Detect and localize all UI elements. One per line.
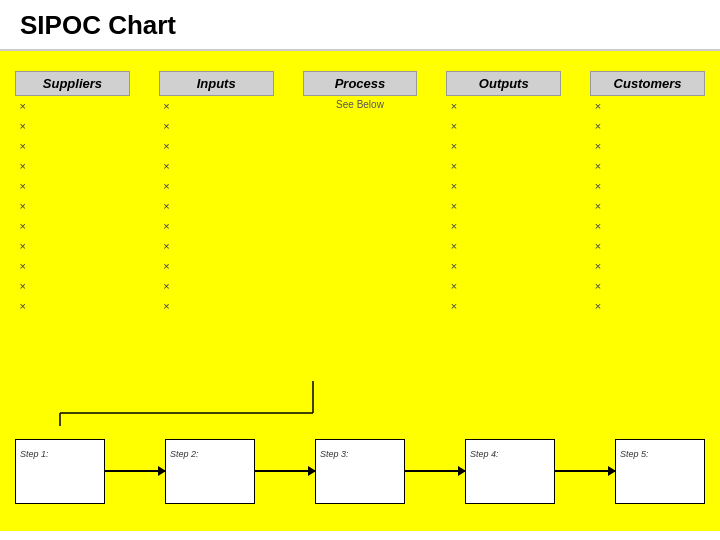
outputs-cell-9: × — [447, 276, 561, 296]
gap-3-0 — [417, 96, 447, 117]
inputs-cell-7: × — [159, 236, 273, 256]
step-box-3: Step 3: — [315, 439, 405, 504]
suppliers-x-10: × — [20, 298, 126, 314]
outputs-x-7: × — [451, 238, 557, 254]
customers-x-7: × — [595, 238, 701, 254]
inputs-cell-4: × — [159, 176, 273, 196]
step-box-4: Step 4: — [465, 439, 555, 504]
gap-4-10 — [561, 296, 591, 316]
inputs-cell-8: × — [159, 256, 273, 276]
inputs-x-3: × — [163, 158, 269, 174]
outputs-cell-5: × — [447, 196, 561, 216]
suppliers-x-1: × — [20, 118, 126, 134]
outputs-x-8: × — [451, 258, 557, 274]
suppliers-cell-7: × — [16, 236, 130, 256]
inputs-x-8: × — [163, 258, 269, 274]
suppliers-x-4: × — [20, 178, 126, 194]
gap-3-6 — [417, 216, 447, 236]
customers-cell-10: × — [591, 296, 705, 316]
inputs-x-10: × — [163, 298, 269, 314]
arrow-4 — [555, 470, 615, 472]
outputs-cell-0: × — [447, 96, 561, 117]
customers-x-6: × — [595, 218, 701, 234]
gap-4-4 — [561, 176, 591, 196]
gap-3-1 — [417, 116, 447, 136]
arrow-line-2 — [255, 470, 315, 472]
outputs-cell-8: × — [447, 256, 561, 276]
gap-2-0 — [273, 96, 303, 117]
process-cell-2 — [303, 136, 417, 156]
gap-1-9 — [129, 276, 159, 296]
customers-cell-7: × — [591, 236, 705, 256]
col-header-customers: Customers — [591, 72, 705, 96]
customers-x-9: × — [595, 278, 701, 294]
customers-x-1: × — [595, 118, 701, 134]
customers-cell-3: × — [591, 156, 705, 176]
step-3-label: Step 3: — [320, 449, 349, 459]
gap-4-7 — [561, 236, 591, 256]
step-box-1: Step 1: — [15, 439, 105, 504]
process-cell-4 — [303, 176, 417, 196]
gap-2-1 — [273, 116, 303, 136]
suppliers-cell-6: × — [16, 216, 130, 236]
customers-cell-9: × — [591, 276, 705, 296]
outputs-cell-3: × — [447, 156, 561, 176]
outputs-cell-2: × — [447, 136, 561, 156]
suppliers-cell-1: × — [16, 116, 130, 136]
outputs-cell-1: × — [447, 116, 561, 136]
inputs-x-9: × — [163, 278, 269, 294]
outputs-x-2: × — [451, 138, 557, 154]
suppliers-cell-8: × — [16, 256, 130, 276]
outputs-x-3: × — [451, 158, 557, 174]
gap-4-1 — [561, 116, 591, 136]
gap-1-0 — [129, 96, 159, 117]
arrow-3 — [405, 470, 465, 472]
arrow-line-1 — [105, 470, 165, 472]
gap-4-0 — [561, 96, 591, 117]
gap-2-3 — [273, 156, 303, 176]
outputs-cell-6: × — [447, 216, 561, 236]
customers-cell-1: × — [591, 116, 705, 136]
step-4-label: Step 4: — [470, 449, 499, 459]
inputs-x-2: × — [163, 138, 269, 154]
gap-1-8 — [129, 256, 159, 276]
suppliers-x-9: × — [20, 278, 126, 294]
suppliers-cell-9: × — [16, 276, 130, 296]
outputs-cell-4: × — [447, 176, 561, 196]
suppliers-cell-4: × — [16, 176, 130, 196]
outputs-x-5: × — [451, 198, 557, 214]
gap-1-4 — [129, 176, 159, 196]
gap-4-6 — [561, 216, 591, 236]
gap-4-9 — [561, 276, 591, 296]
outputs-cell-7: × — [447, 236, 561, 256]
gap-2-10 — [273, 296, 303, 316]
gap-2-8 — [273, 256, 303, 276]
col-header-process: Process — [303, 72, 417, 96]
gap-2-4 — [273, 176, 303, 196]
gap-1-3 — [129, 156, 159, 176]
arrow-2 — [255, 470, 315, 472]
gap-1-1 — [129, 116, 159, 136]
gap-3-7 — [417, 236, 447, 256]
page-header: SIPOC Chart — [0, 0, 720, 51]
inputs-x-7: × — [163, 238, 269, 254]
sipoc-table: Suppliers Inputs Process Outputs Custome… — [15, 71, 705, 316]
customers-x-3: × — [595, 158, 701, 174]
gap-1-10 — [129, 296, 159, 316]
process-cell-3 — [303, 156, 417, 176]
gap-3-9 — [417, 276, 447, 296]
col-header-suppliers: Suppliers — [16, 72, 130, 96]
inputs-cell-3: × — [159, 156, 273, 176]
customers-cell-4: × — [591, 176, 705, 196]
inputs-x-1: × — [163, 118, 269, 134]
gap-3-4 — [417, 176, 447, 196]
suppliers-cell-2: × — [16, 136, 130, 156]
customers-cell-5: × — [591, 196, 705, 216]
gap-4-8 — [561, 256, 591, 276]
arrow-line-3 — [405, 470, 465, 472]
gap-3-10 — [417, 296, 447, 316]
gap-4-2 — [561, 136, 591, 156]
outputs-x-1: × — [451, 118, 557, 134]
suppliers-x-5: × — [20, 198, 126, 214]
outputs-x-4: × — [451, 178, 557, 194]
